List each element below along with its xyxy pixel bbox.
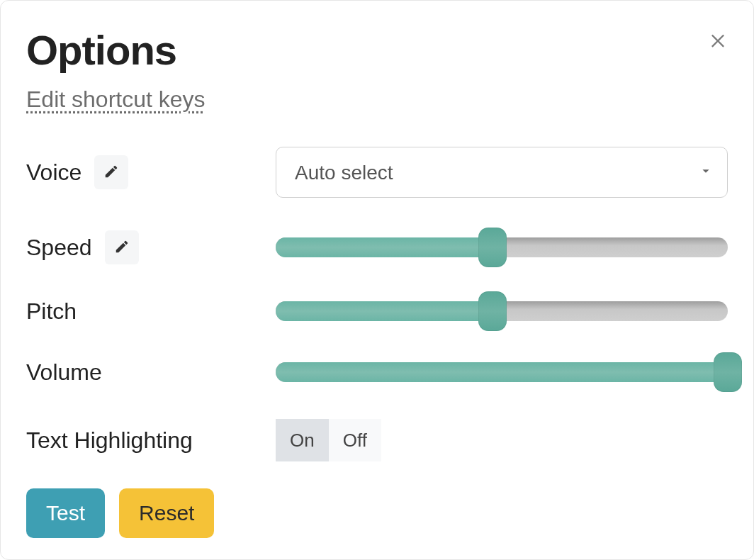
speed-label: Speed (26, 235, 92, 261)
voice-edit-button[interactable] (94, 155, 128, 189)
edit-shortcuts-link[interactable]: Edit shortcut keys (26, 86, 206, 113)
options-panel: Options Edit shortcut keys Voice Auto se… (0, 0, 754, 560)
slider-thumb[interactable] (714, 352, 742, 392)
row-highlighting: Text Highlighting On Off (26, 419, 728, 461)
test-button[interactable]: Test (26, 488, 105, 538)
volume-slider[interactable] (276, 358, 728, 386)
slider-fill (276, 237, 493, 257)
slider-thumb[interactable] (478, 228, 507, 267)
volume-label: Volume (26, 359, 102, 386)
speed-slider[interactable] (276, 233, 728, 262)
voice-select[interactable]: Auto select (276, 147, 728, 198)
highlighting-toggle: On Off (276, 419, 381, 461)
slider-thumb[interactable] (478, 291, 507, 331)
reset-button[interactable]: Reset (119, 488, 214, 538)
close-icon (708, 30, 728, 52)
slider-fill (276, 362, 728, 382)
row-voice: Voice Auto select (26, 147, 728, 198)
speed-edit-button[interactable] (105, 230, 139, 264)
highlighting-on-button[interactable]: On (276, 419, 329, 461)
page-title: Options (26, 26, 728, 74)
pencil-icon (114, 239, 130, 257)
pitch-label: Pitch (26, 298, 77, 325)
row-speed: Speed (26, 230, 728, 264)
highlighting-label: Text Highlighting (26, 427, 193, 454)
slider-fill (276, 301, 493, 321)
highlighting-off-button[interactable]: Off (329, 419, 381, 461)
close-button[interactable] (704, 26, 732, 55)
row-pitch: Pitch (26, 297, 728, 325)
footer: Test Reset (26, 488, 214, 538)
pencil-icon (103, 164, 119, 181)
row-volume: Volume (26, 358, 728, 386)
voice-label: Voice (26, 159, 81, 186)
pitch-slider[interactable] (276, 297, 728, 325)
